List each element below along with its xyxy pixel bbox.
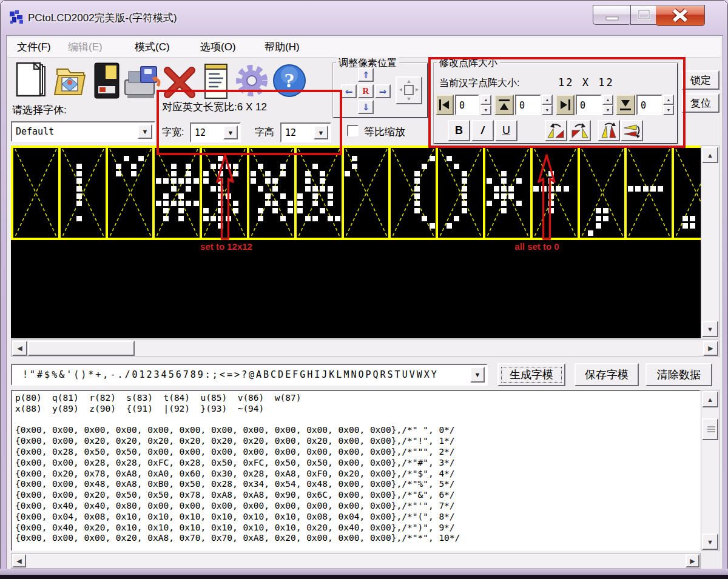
menu-file[interactable]: 文件(F) xyxy=(17,40,51,55)
char-width-select[interactable]: 12 ▼ xyxy=(190,122,241,142)
chevron-down-icon[interactable]: ▼ xyxy=(138,124,152,139)
top-margin-icon[interactable] xyxy=(494,95,514,115)
scrollbar-thumb[interactable] xyxy=(702,418,718,440)
step-up-icon[interactable]: ▲ xyxy=(480,95,491,105)
glyph-cell-space[interactable] xyxy=(11,146,58,240)
scroll-right-icon[interactable]: ▶ xyxy=(686,554,699,567)
save-font-button[interactable]: 保存字模 xyxy=(575,363,639,386)
rotate-right-icon xyxy=(570,121,590,140)
font-data-output[interactable]: p(80) q(81) r(82) s(83) t(84) u(85) v(86… xyxy=(11,390,701,551)
scrollbar-thumb[interactable] xyxy=(28,341,135,356)
scroll-right-icon[interactable]: ▶ xyxy=(703,341,718,356)
settings-icon[interactable] xyxy=(233,62,271,99)
maximize-button[interactable] xyxy=(630,5,657,25)
step-up-icon[interactable]: ▲ xyxy=(602,95,613,105)
right-margin-stepper[interactable]: ▲▼ xyxy=(602,95,613,115)
scroll-left-icon[interactable]: ◀ xyxy=(12,554,26,567)
menu-options[interactable]: 选项(O) xyxy=(200,40,236,55)
view-code-icon[interactable] xyxy=(201,62,232,101)
menu-edit[interactable]: 编辑(E) xyxy=(68,40,103,55)
bold-button[interactable]: B xyxy=(448,120,470,141)
glyph-cell-char[interactable] xyxy=(200,146,247,240)
delete-icon[interactable] xyxy=(163,65,197,99)
font-select-value: Default xyxy=(16,126,54,137)
font-select[interactable]: Default ▼ xyxy=(11,121,155,142)
glyph-cell-char[interactable] xyxy=(106,146,153,240)
glyph-cell-char[interactable] xyxy=(294,146,342,240)
menu-mode[interactable]: 模式(C) xyxy=(135,40,170,55)
rotate-right-button[interactable] xyxy=(568,120,591,141)
chevron-down-icon[interactable]: ▼ xyxy=(223,126,238,139)
move-right-button[interactable]: ⇒ xyxy=(375,84,391,98)
close-button[interactable] xyxy=(656,5,705,26)
lock-button[interactable]: 锁定 xyxy=(682,70,720,90)
chevron-down-icon[interactable]: ▼ xyxy=(470,367,485,383)
move-down-button[interactable]: ⇓ xyxy=(358,100,374,114)
step-down-icon[interactable]: ▼ xyxy=(542,105,553,115)
bottom-margin-icon[interactable] xyxy=(616,95,635,115)
glyph-cell-char[interactable] xyxy=(530,146,578,240)
glyph-cell-char[interactable] xyxy=(624,146,672,240)
font-select-label: 请选择字体: xyxy=(12,103,67,117)
arrow-right-icon: ⇒ xyxy=(376,85,389,97)
glyph-cell-char[interactable] xyxy=(58,146,106,240)
right-margin-icon[interactable] xyxy=(556,95,575,115)
bottom-margin-stepper[interactable]: ▲▼ xyxy=(663,95,674,115)
reset-position-button[interactable]: R xyxy=(358,84,374,98)
top-margin-field[interactable]: 0 xyxy=(515,95,541,115)
charset-combo[interactable]: !"#$%&'()*+,-./0123456789:;<=>?@ABCDEFGH… xyxy=(11,364,488,386)
save-icon[interactable] xyxy=(92,62,121,101)
left-margin-stepper[interactable]: ▲▼ xyxy=(480,95,491,115)
glyph-cell-char[interactable] xyxy=(672,146,701,240)
glyph-preview-canvas[interactable] xyxy=(11,146,701,338)
glyph-cell-char[interactable] xyxy=(247,146,294,240)
clear-data-button[interactable]: 清除数据 xyxy=(645,363,712,386)
glyph-cell-char[interactable] xyxy=(388,146,436,240)
char-height-select[interactable]: 12 ▼ xyxy=(280,122,331,142)
glyph-cell-char[interactable] xyxy=(152,146,200,240)
left-margin-field[interactable]: 0 xyxy=(455,95,479,115)
grip-icon xyxy=(703,420,720,439)
step-down-icon[interactable]: ▼ xyxy=(480,105,491,115)
scroll-down-icon[interactable]: ▼ xyxy=(702,534,718,550)
new-document-icon[interactable] xyxy=(15,62,50,101)
move-left-button[interactable]: ⇐ xyxy=(341,84,357,98)
glyph-cell-char[interactable] xyxy=(578,146,625,240)
step-down-icon[interactable]: ▼ xyxy=(602,105,613,115)
step-up-icon[interactable]: ▲ xyxy=(663,95,674,105)
flip-horizontal-button[interactable] xyxy=(621,120,643,141)
glyph-cell-char[interactable] xyxy=(483,146,530,240)
help-icon[interactable]: ? xyxy=(272,63,307,98)
open-file-icon[interactable] xyxy=(52,64,89,99)
italic-button[interactable]: / xyxy=(471,120,494,141)
scroll-up-icon[interactable]: ▲ xyxy=(702,391,718,407)
export-print-icon[interactable] xyxy=(124,64,163,101)
chevron-down-icon[interactable]: ▼ xyxy=(314,126,328,139)
glyph-cell-char[interactable] xyxy=(436,146,483,240)
underline-button[interactable]: U xyxy=(495,120,517,141)
menu-help[interactable]: 帮助(H) xyxy=(265,40,300,55)
step-up-icon[interactable]: ▲ xyxy=(542,95,553,105)
preview-hscrollbar[interactable]: ◀ ▶ xyxy=(11,340,720,357)
glyph-cell-char[interactable] xyxy=(342,146,389,240)
output-vscrollbar[interactable]: ▲ ▼ xyxy=(701,390,720,551)
output-hscrollbar[interactable]: ◀ ▶ xyxy=(11,553,701,569)
move-up-button[interactable]: ⇑ xyxy=(358,68,374,82)
right-margin-field[interactable]: 0 xyxy=(576,95,602,115)
scroll-up-icon[interactable]: ▲ xyxy=(702,147,718,163)
rotate-left-button[interactable] xyxy=(545,120,567,141)
step-down-icon[interactable]: ▼ xyxy=(663,105,674,115)
scroll-down-icon[interactable]: ▼ xyxy=(702,321,718,337)
scroll-left-icon[interactable]: ◀ xyxy=(12,341,27,356)
preview-vscrollbar[interactable]: ▲ ▼ xyxy=(701,146,720,338)
generate-font-button[interactable]: 生成字模 xyxy=(497,363,565,386)
window-bottom-border xyxy=(0,569,728,575)
flip-vertical-button[interactable] xyxy=(598,120,620,141)
proportional-scale-checkbox[interactable] xyxy=(347,125,359,136)
bottom-margin-field[interactable]: 0 xyxy=(636,95,662,115)
reset-button[interactable]: 复位 xyxy=(682,93,720,113)
top-margin-stepper[interactable]: ▲▼ xyxy=(542,95,553,115)
left-margin-icon[interactable] xyxy=(436,95,454,115)
center-glyph-button[interactable] xyxy=(396,76,422,104)
minimize-button[interactable] xyxy=(593,5,631,25)
